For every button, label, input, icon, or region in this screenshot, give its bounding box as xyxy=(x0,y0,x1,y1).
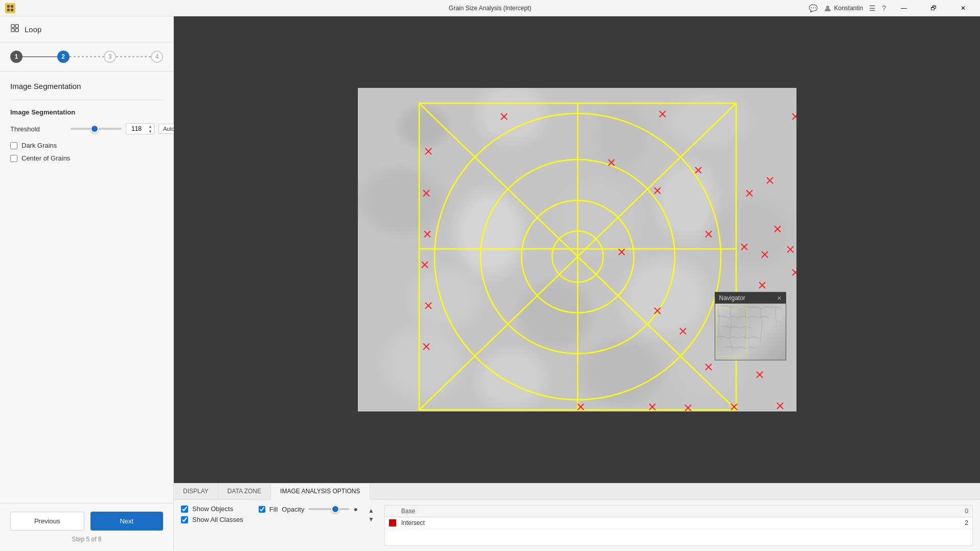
step-line-2-3 xyxy=(70,56,104,57)
show-all-classes-item: Show All Classes xyxy=(181,516,243,523)
threshold-slider[interactable] xyxy=(71,128,122,130)
loop-icon xyxy=(10,24,19,35)
navigator-close-button[interactable]: ✕ xyxy=(777,295,782,302)
user-label: Konstantin xyxy=(824,4,863,12)
svg-rect-7 xyxy=(11,29,14,32)
maximize-button[interactable]: 🗗 xyxy=(922,0,945,16)
app-icon xyxy=(5,3,15,13)
threshold-up[interactable]: ▲ xyxy=(147,124,154,129)
sidebar: Loop 1 2 3 4 Image Segmentation Image Se… xyxy=(0,16,174,551)
page-title: Image Segmentation xyxy=(10,82,163,90)
next-button[interactable]: Next xyxy=(90,512,164,531)
titlebar: Grain Size Analysis (Intercept) 💬 Konsta… xyxy=(0,0,980,16)
step-1: 1 xyxy=(10,51,22,63)
layer-down-arrow[interactable]: ▼ xyxy=(368,516,374,523)
help-icon[interactable]: ? xyxy=(882,4,886,12)
sidebar-title: Loop xyxy=(25,25,41,34)
show-objects-item: Show Objects xyxy=(181,505,243,513)
dark-grains-label: Dark Grains xyxy=(21,142,57,149)
class-table-header-row: Base 0 xyxy=(385,506,972,517)
main-content: Navigator ✕ xyxy=(174,16,980,551)
menu-icon[interactable]: ☰ xyxy=(869,4,876,12)
canvas-area: Navigator ✕ xyxy=(174,16,980,483)
nav-buttons: Previous Next xyxy=(10,512,163,531)
svg-rect-3 xyxy=(11,9,13,11)
center-of-grains-row: Center of Grains xyxy=(10,154,163,162)
close-button[interactable]: ✕ xyxy=(951,0,975,16)
grain-image xyxy=(358,88,796,411)
show-objects-label: Show Objects xyxy=(192,505,233,513)
threshold-down[interactable]: ▼ xyxy=(147,129,154,134)
intersect-class-name: Intersect xyxy=(401,519,948,526)
threshold-input[interactable]: 118 xyxy=(126,124,147,133)
section-subtitle: Image Segmentation xyxy=(10,108,163,116)
intersect-class-value: 2 xyxy=(953,519,968,526)
window-title: Grain Size Analysis (Intercept) xyxy=(449,5,531,12)
step-4: 4 xyxy=(151,51,163,63)
titlebar-left xyxy=(5,3,15,13)
opacity-label: Opacity xyxy=(282,506,304,513)
tab-image-analysis[interactable]: IMAGE ANALYSIS OPTIONS xyxy=(271,484,370,500)
previous-button[interactable]: Previous xyxy=(10,512,84,531)
threshold-slider-container: 118 ▲ ▼ Auto xyxy=(71,123,179,134)
show-all-classes-label: Show All Classes xyxy=(192,516,243,523)
layer-up-arrow[interactable]: ▲ xyxy=(368,507,374,514)
intersect-color-swatch xyxy=(389,519,396,526)
opacity-slider-icon: ● xyxy=(353,505,357,513)
minimize-button[interactable]: — xyxy=(892,0,916,16)
class-table: Base 0 Intersect 2 xyxy=(384,505,973,546)
threshold-group: Threshold 118 ▲ ▼ Auto xyxy=(10,123,163,134)
fill-checkbox[interactable] xyxy=(259,506,265,513)
titlebar-controls: 💬 Konstantin ☰ ? — 🗗 ✕ xyxy=(809,0,975,16)
sidebar-content: Image Segmentation Image Segmentation Th… xyxy=(0,72,173,503)
main-layout: Loop 1 2 3 4 Image Segmentation Image Se… xyxy=(0,16,980,551)
show-objects-checkbox[interactable] xyxy=(181,506,188,513)
class-intersect-row: Intersect 2 xyxy=(385,517,972,529)
dark-grains-checkbox[interactable] xyxy=(10,142,17,149)
svg-rect-5 xyxy=(11,25,14,28)
center-of-grains-label: Center of Grains xyxy=(21,154,70,162)
display-options: Show Objects Show All Classes xyxy=(181,505,243,523)
grain-image-wrapper: Navigator ✕ xyxy=(358,88,796,411)
tab-data-zone[interactable]: DATA ZONE xyxy=(218,484,271,499)
svg-rect-2 xyxy=(7,9,10,11)
svg-rect-132 xyxy=(716,308,747,356)
fill-label: Fill xyxy=(269,506,278,513)
fill-option: Fill Opacity ● xyxy=(259,505,358,513)
tab-display[interactable]: DISPLAY xyxy=(174,484,218,499)
threshold-number-wrap: 118 ▲ ▼ xyxy=(126,123,154,134)
step-info: Step 5 of 8 xyxy=(10,536,163,543)
sidebar-header: Loop xyxy=(0,16,173,42)
steps-indicator: 1 2 3 4 xyxy=(0,42,173,72)
svg-rect-6 xyxy=(15,25,18,28)
navigator-title: Navigator xyxy=(719,294,745,302)
step-3: 3 xyxy=(104,51,116,63)
tabs-row: DISPLAY DATA ZONE IMAGE ANALYSIS OPTIONS xyxy=(174,484,980,500)
class-name-header: Base xyxy=(401,508,948,515)
step-line-3-4 xyxy=(116,56,151,57)
svg-rect-1 xyxy=(11,5,13,8)
navigator-panel: Navigator ✕ xyxy=(715,292,786,360)
show-all-classes-checkbox[interactable] xyxy=(181,516,188,523)
threshold-label: Threshold xyxy=(10,125,66,133)
svg-rect-8 xyxy=(15,29,18,32)
step-line-1-2 xyxy=(22,56,57,57)
grain-texture xyxy=(358,88,796,411)
layer-arrows: ▲ ▼ xyxy=(368,507,374,523)
svg-rect-0 xyxy=(7,5,10,8)
sidebar-footer: Previous Next Step 5 of 8 xyxy=(0,503,173,551)
class-value-header: 0 xyxy=(953,508,968,515)
center-of-grains-checkbox[interactable] xyxy=(10,155,17,162)
bottom-content: Show Objects Show All Classes Fill Opaci… xyxy=(174,500,980,551)
navigator-header: Navigator ✕ xyxy=(715,292,786,304)
opacity-slider[interactable] xyxy=(308,508,349,510)
navigator-thumbnail xyxy=(715,304,786,360)
step-2: 2 xyxy=(57,51,70,63)
dark-grains-row: Dark Grains xyxy=(10,142,163,149)
chat-icon[interactable]: 💬 xyxy=(809,4,817,12)
threshold-spinners: ▲ ▼ xyxy=(147,124,154,134)
bottom-area: DISPLAY DATA ZONE IMAGE ANALYSIS OPTIONS… xyxy=(174,483,980,551)
